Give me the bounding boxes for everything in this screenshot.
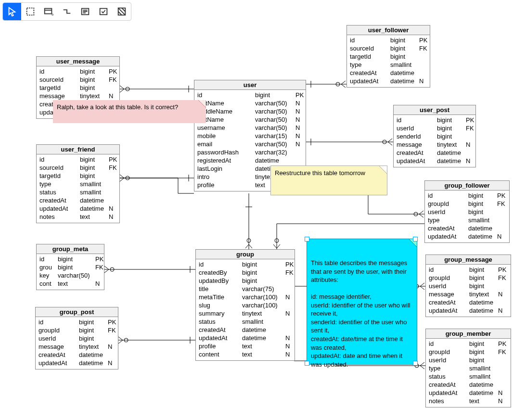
table-title: group_member — [426, 329, 511, 339]
column-row: contenttextN — [199, 350, 292, 358]
column-type: bigint — [437, 116, 466, 124]
column-key — [108, 334, 117, 343]
column-name: id — [39, 67, 80, 76]
note-yellow[interactable]: Reestructure this table tomorrow — [270, 165, 387, 195]
column-name: id — [397, 116, 437, 124]
table-title: user — [194, 80, 306, 90]
column-type: datetime — [390, 69, 419, 77]
relation-icon — [62, 6, 72, 17]
table-user-follower[interactable]: user_follower idbigintPKsourceIdbigintFK… — [346, 25, 430, 88]
table-group-message[interactable]: group_message idbigintPKgroupIdbigintFKu… — [425, 255, 511, 317]
note-text: Reestructure this table tomorrow — [275, 169, 365, 177]
column-type: datetime — [437, 157, 466, 165]
column-type: bigint — [469, 266, 498, 274]
column-name: createdAt — [39, 196, 80, 204]
column-type: datetime — [468, 232, 497, 241]
table-user-post[interactable]: user_post idbigintPKuserIdbigintFKsender… — [393, 105, 476, 167]
column-key: PK — [285, 260, 295, 268]
column-row: targetIdbigint — [39, 172, 116, 180]
selection-handle-sw[interactable] — [305, 361, 309, 366]
tool-marquee[interactable] — [21, 3, 39, 20]
column-type: bigint — [79, 334, 108, 343]
diagram-canvas[interactable]: user_message idbigintPKsourceIdbigintFKt… — [0, 0, 513, 420]
note-text: Ralph, take a look at this table. Is it … — [57, 103, 178, 111]
table-group-follower[interactable]: group_follower idbigintPKgroupIdbigintFK… — [424, 180, 510, 243]
svg-line-14 — [341, 81, 346, 84]
selection-handle-ne[interactable] — [413, 237, 418, 242]
column-type: bigint — [469, 282, 498, 290]
column-name: content — [199, 350, 242, 358]
selection-handle-nw[interactable] — [305, 237, 309, 242]
tool-table[interactable] — [39, 3, 58, 20]
column-key: N — [108, 359, 117, 367]
column-row: updatedAtdatetimeN — [199, 334, 292, 342]
note-red[interactable]: Ralph, take a look at this table. Is it … — [53, 100, 206, 123]
column-name: status — [39, 188, 80, 196]
column-key: N — [285, 309, 295, 318]
column-type: bigint — [79, 318, 108, 326]
column-type: bigint — [390, 36, 419, 44]
column-key — [285, 301, 295, 309]
column-type: smallint — [390, 61, 419, 69]
column-row: idbigintPK — [397, 116, 473, 124]
column-name: lastLogin — [197, 165, 255, 173]
svg-line-41 — [419, 211, 423, 214]
table-group-member[interactable]: group_member idbigintPKgroupIdbigintFKus… — [425, 329, 511, 407]
table-group[interactable]: group idbigintPKcreatedBybigintFKupdated… — [195, 249, 295, 361]
svg-line-51 — [420, 286, 424, 290]
column-key: FK — [95, 263, 105, 271]
column-row: notestextN — [39, 213, 116, 221]
svg-line-2 — [120, 89, 124, 92]
marquee-icon — [25, 6, 36, 17]
selection-handle-se[interactable] — [413, 361, 418, 366]
svg-line-71 — [118, 8, 126, 15]
column-name: updatedAt — [199, 334, 242, 342]
column-key: N — [95, 280, 105, 288]
column-type: varchar(50) — [255, 115, 295, 124]
table-title: group_post — [36, 307, 118, 317]
svg-rect-60 — [45, 9, 52, 14]
column-row: idbigintPK — [429, 340, 508, 348]
tool-note[interactable] — [76, 3, 94, 20]
note-cyan[interactable]: This table describes the messages that a… — [307, 239, 417, 365]
column-name: targetId — [39, 172, 80, 180]
column-type: tinytext — [80, 92, 109, 100]
table-group-meta[interactable]: group_meta idbigintPKgroubigintFKkeyvarc… — [36, 244, 104, 290]
column-row: updatedAtdatetimeN — [428, 232, 506, 241]
column-type: smallint — [469, 364, 498, 372]
tool-pattern[interactable] — [113, 3, 131, 20]
tool-cursor[interactable] — [3, 3, 21, 20]
column-name: groupId — [429, 274, 469, 282]
column-key: N — [419, 77, 429, 85]
column-name: userId — [38, 334, 79, 343]
column-type: varchar(100) — [242, 293, 285, 301]
column-row: createdAtdatetime — [428, 224, 506, 232]
column-key — [285, 326, 295, 334]
svg-line-9 — [120, 175, 124, 178]
column-row: messagetinytextN — [38, 343, 115, 351]
column-row: userIdbigint — [429, 282, 508, 290]
column-name: type — [350, 61, 390, 69]
table-user-friend[interactable]: user_friend idbigintPKsourceIdbigintFKta… — [36, 144, 120, 223]
column-type: bigint — [469, 356, 498, 364]
column-type: datetime — [255, 156, 295, 165]
tool-relation[interactable] — [58, 3, 76, 20]
column-key: N — [295, 132, 305, 140]
column-name: message — [38, 343, 79, 351]
column-key — [498, 356, 508, 364]
column-name: type — [428, 216, 468, 224]
column-type: text — [80, 213, 109, 221]
column-row: profiletextN — [199, 342, 292, 350]
column-name: type — [429, 364, 469, 372]
column-key: PK — [498, 266, 508, 274]
column-name: senderId — [397, 132, 437, 140]
column-name: id — [429, 340, 469, 348]
column-name: notes — [39, 213, 80, 221]
column-row: messagetinytextN — [429, 290, 508, 298]
table-columns: idbigintPKcreatedBybigintFKupdatedBybigi… — [196, 259, 295, 360]
column-name: createdAt — [350, 69, 390, 77]
table-group-post[interactable]: group_post idbigintPKgroupIdbigintFKuser… — [35, 307, 118, 369]
column-type: datetime — [468, 224, 497, 232]
tool-todo[interactable] — [94, 3, 113, 20]
column-key: N — [498, 389, 508, 397]
